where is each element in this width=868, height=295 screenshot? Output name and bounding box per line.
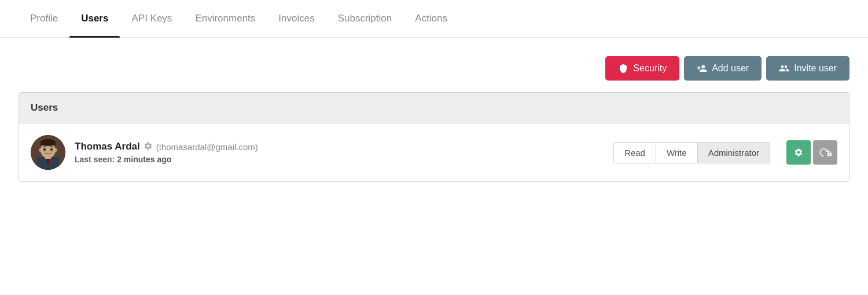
permission-group: Read Write Administrator	[613, 142, 770, 163]
svg-point-8	[50, 148, 53, 151]
add-user-icon	[697, 63, 707, 74]
avatar-image	[31, 135, 65, 170]
nav-tabs: Profile Users API Keys Environments Invo…	[0, 0, 868, 38]
invite-user-button[interactable]: Invite user	[766, 56, 849, 81]
permission-administrator-button[interactable]: Administrator	[697, 142, 770, 163]
tab-invoices[interactable]: Invoices	[267, 0, 326, 37]
user-info: Thomas Ardal (thomasardal@gmail.com) Las…	[75, 141, 604, 164]
tab-environments[interactable]: Environments	[183, 0, 267, 37]
svg-point-10	[54, 148, 57, 152]
user-name: Thomas Ardal	[75, 141, 140, 152]
gear-icon	[794, 148, 803, 157]
invite-user-icon	[779, 63, 789, 74]
security-button[interactable]: Security	[605, 56, 679, 81]
reset-lock-icon	[819, 148, 832, 157]
svg-point-9	[39, 148, 42, 152]
svg-point-7	[43, 148, 46, 151]
user-last-seen: Last seen: 2 minutes ago	[75, 155, 604, 164]
user-action-buttons	[786, 140, 837, 165]
add-user-button[interactable]: Add user	[684, 56, 762, 81]
user-settings-button[interactable]	[786, 140, 811, 165]
permission-read-button[interactable]: Read	[613, 142, 656, 163]
svg-rect-6	[41, 143, 56, 145]
users-section: Users	[19, 92, 849, 182]
tab-api-keys[interactable]: API Keys	[120, 0, 183, 37]
users-section-header: Users	[19, 93, 849, 123]
table-row: Thomas Ardal (thomasardal@gmail.com) Las…	[19, 123, 849, 181]
action-bar: Security Add user Invite user	[0, 38, 868, 92]
svg-rect-13	[829, 155, 830, 156]
permission-write-button[interactable]: Write	[656, 142, 697, 163]
tab-subscription[interactable]: Subscription	[326, 0, 404, 37]
user-email: (thomasardal@gmail.com)	[156, 142, 258, 152]
avatar	[31, 135, 65, 170]
tab-profile[interactable]: Profile	[19, 0, 69, 37]
tab-actions[interactable]: Actions	[403, 0, 459, 37]
shield-icon	[618, 63, 628, 74]
user-reset-lock-button[interactable]	[813, 140, 837, 165]
tab-users[interactable]: Users	[69, 0, 120, 37]
user-gear-icon	[144, 141, 153, 152]
